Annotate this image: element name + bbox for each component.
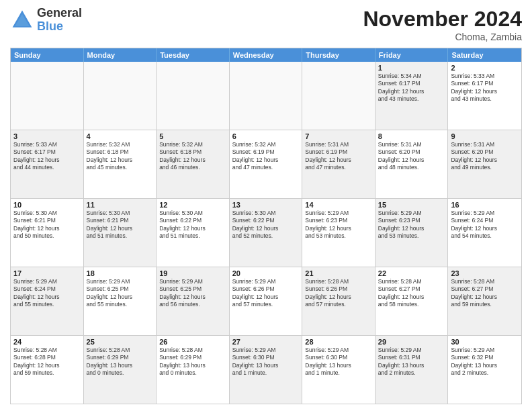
month-title: November 2024	[363, 7, 522, 32]
title-block: November 2024 Choma, Zambia	[363, 7, 522, 42]
day-number: 13	[232, 201, 300, 209]
day-number: 1	[378, 64, 445, 72]
calendar-cell: 26Sunrise: 5:28 AM Sunset: 6:29 PM Dayli…	[157, 336, 230, 404]
calendar-header-cell: Saturday	[448, 48, 521, 62]
calendar-cell: 28Sunrise: 5:29 AM Sunset: 6:30 PM Dayli…	[302, 336, 375, 404]
logo: General Blue	[10, 7, 82, 34]
day-info: Sunrise: 5:30 AM Sunset: 6:21 PM Dayligh…	[87, 210, 154, 240]
calendar-cell: 15Sunrise: 5:29 AM Sunset: 6:23 PM Dayli…	[375, 199, 449, 267]
calendar-row: 17Sunrise: 5:29 AM Sunset: 6:24 PM Dayli…	[11, 267, 521, 335]
day-info: Sunrise: 5:28 AM Sunset: 6:27 PM Dayligh…	[378, 278, 445, 309]
day-info: Sunrise: 5:29 AM Sunset: 6:32 PM Dayligh…	[451, 347, 519, 377]
day-number: 20	[232, 269, 300, 277]
day-info: Sunrise: 5:28 AM Sunset: 6:28 PM Dayligh…	[13, 347, 81, 377]
calendar-row: 1Sunrise: 5:34 AM Sunset: 6:17 PM Daylig…	[11, 62, 521, 130]
day-info: Sunrise: 5:28 AM Sunset: 6:26 PM Dayligh…	[305, 278, 372, 309]
calendar-cell	[84, 62, 157, 130]
calendar-header-cell: Tuesday	[157, 48, 230, 62]
day-info: Sunrise: 5:30 AM Sunset: 6:22 PM Dayligh…	[159, 210, 226, 240]
calendar: SundayMondayTuesdayWednesdayThursdayFrid…	[10, 48, 522, 404]
day-info: Sunrise: 5:32 AM Sunset: 6:19 PM Dayligh…	[232, 141, 300, 172]
day-number: 10	[13, 201, 81, 209]
logo-text: General Blue	[37, 7, 82, 34]
logo-blue-text: Blue	[37, 19, 63, 33]
day-info: Sunrise: 5:30 AM Sunset: 6:21 PM Dayligh…	[13, 210, 81, 240]
calendar-cell: 16Sunrise: 5:29 AM Sunset: 6:24 PM Dayli…	[448, 199, 521, 267]
calendar-cell: 3Sunrise: 5:33 AM Sunset: 6:17 PM Daylig…	[11, 130, 84, 198]
day-info: Sunrise: 5:29 AM Sunset: 6:30 PM Dayligh…	[305, 347, 372, 377]
day-info: Sunrise: 5:29 AM Sunset: 6:24 PM Dayligh…	[13, 278, 81, 309]
calendar-row: 3Sunrise: 5:33 AM Sunset: 6:17 PM Daylig…	[11, 130, 521, 198]
calendar-cell: 4Sunrise: 5:32 AM Sunset: 6:18 PM Daylig…	[84, 130, 157, 198]
day-info: Sunrise: 5:32 AM Sunset: 6:18 PM Dayligh…	[159, 141, 226, 172]
day-number: 5	[159, 132, 226, 140]
calendar-cell: 14Sunrise: 5:29 AM Sunset: 6:23 PM Dayli…	[302, 199, 375, 267]
calendar-cell: 7Sunrise: 5:31 AM Sunset: 6:19 PM Daylig…	[302, 130, 375, 198]
day-number: 24	[13, 338, 81, 346]
day-number: 29	[378, 338, 445, 346]
calendar-cell: 25Sunrise: 5:28 AM Sunset: 6:29 PM Dayli…	[84, 336, 157, 404]
day-number: 7	[305, 132, 372, 140]
calendar-cell	[302, 62, 375, 130]
day-info: Sunrise: 5:28 AM Sunset: 6:29 PM Dayligh…	[87, 347, 154, 377]
day-number: 27	[232, 338, 300, 346]
logo-general-text: General	[37, 6, 82, 19]
calendar-cell: 27Sunrise: 5:29 AM Sunset: 6:30 PM Dayli…	[230, 336, 303, 404]
day-number: 17	[13, 269, 81, 277]
day-number: 18	[87, 269, 154, 277]
day-number: 8	[378, 132, 445, 140]
day-number: 16	[451, 201, 519, 209]
calendar-cell: 19Sunrise: 5:29 AM Sunset: 6:25 PM Dayli…	[157, 267, 230, 335]
day-number: 15	[378, 201, 445, 209]
day-info: Sunrise: 5:29 AM Sunset: 6:26 PM Dayligh…	[232, 278, 300, 309]
calendar-header: SundayMondayTuesdayWednesdayThursdayFrid…	[11, 48, 521, 62]
day-info: Sunrise: 5:29 AM Sunset: 6:23 PM Dayligh…	[378, 210, 445, 240]
calendar-cell: 13Sunrise: 5:30 AM Sunset: 6:22 PM Dayli…	[230, 199, 303, 267]
day-number: 19	[159, 269, 226, 277]
day-info: Sunrise: 5:29 AM Sunset: 6:25 PM Dayligh…	[87, 278, 154, 309]
calendar-cell	[11, 62, 84, 130]
day-number: 9	[451, 132, 519, 140]
page: General Blue November 2024 Choma, Zambia…	[0, 0, 532, 411]
day-info: Sunrise: 5:29 AM Sunset: 6:30 PM Dayligh…	[232, 347, 300, 377]
day-info: Sunrise: 5:29 AM Sunset: 6:25 PM Dayligh…	[159, 278, 226, 309]
day-number: 4	[87, 132, 154, 140]
calendar-cell: 11Sunrise: 5:30 AM Sunset: 6:21 PM Dayli…	[84, 199, 157, 267]
day-number: 21	[305, 269, 372, 277]
day-number: 26	[159, 338, 226, 346]
header: General Blue November 2024 Choma, Zambia	[10, 7, 522, 42]
calendar-cell: 2Sunrise: 5:33 AM Sunset: 6:17 PM Daylig…	[448, 62, 521, 130]
calendar-cell	[230, 62, 303, 130]
calendar-cell: 18Sunrise: 5:29 AM Sunset: 6:25 PM Dayli…	[84, 267, 157, 335]
day-number: 23	[451, 269, 519, 277]
calendar-cell: 29Sunrise: 5:29 AM Sunset: 6:31 PM Dayli…	[375, 336, 449, 404]
day-info: Sunrise: 5:34 AM Sunset: 6:17 PM Dayligh…	[378, 73, 445, 103]
day-info: Sunrise: 5:28 AM Sunset: 6:29 PM Dayligh…	[159, 347, 226, 377]
calendar-cell: 12Sunrise: 5:30 AM Sunset: 6:22 PM Dayli…	[157, 199, 230, 267]
calendar-header-cell: Wednesday	[230, 48, 303, 62]
day-number: 3	[13, 132, 81, 140]
day-number: 25	[87, 338, 154, 346]
calendar-cell	[157, 62, 230, 130]
calendar-cell: 23Sunrise: 5:28 AM Sunset: 6:27 PM Dayli…	[448, 267, 521, 335]
calendar-header-cell: Sunday	[11, 48, 84, 62]
day-info: Sunrise: 5:33 AM Sunset: 6:17 PM Dayligh…	[13, 141, 81, 172]
calendar-row: 24Sunrise: 5:28 AM Sunset: 6:28 PM Dayli…	[11, 335, 521, 404]
day-number: 2	[451, 64, 519, 72]
day-info: Sunrise: 5:29 AM Sunset: 6:24 PM Dayligh…	[451, 210, 519, 240]
day-number: 11	[87, 201, 154, 209]
day-info: Sunrise: 5:32 AM Sunset: 6:18 PM Dayligh…	[87, 141, 154, 172]
calendar-cell: 17Sunrise: 5:29 AM Sunset: 6:24 PM Dayli…	[11, 267, 84, 335]
calendar-cell: 24Sunrise: 5:28 AM Sunset: 6:28 PM Dayli…	[11, 336, 84, 404]
calendar-cell: 9Sunrise: 5:31 AM Sunset: 6:20 PM Daylig…	[448, 130, 521, 198]
day-number: 30	[451, 338, 519, 346]
day-number: 22	[378, 269, 445, 277]
calendar-cell: 1Sunrise: 5:34 AM Sunset: 6:17 PM Daylig…	[375, 62, 449, 130]
calendar-header-cell: Thursday	[302, 48, 375, 62]
day-info: Sunrise: 5:29 AM Sunset: 6:23 PM Dayligh…	[305, 210, 372, 240]
day-info: Sunrise: 5:30 AM Sunset: 6:22 PM Dayligh…	[232, 210, 300, 240]
day-info: Sunrise: 5:31 AM Sunset: 6:19 PM Dayligh…	[305, 141, 372, 172]
location: Choma, Zambia	[363, 32, 522, 42]
day-info: Sunrise: 5:29 AM Sunset: 6:31 PM Dayligh…	[378, 347, 445, 377]
day-number: 6	[232, 132, 300, 140]
